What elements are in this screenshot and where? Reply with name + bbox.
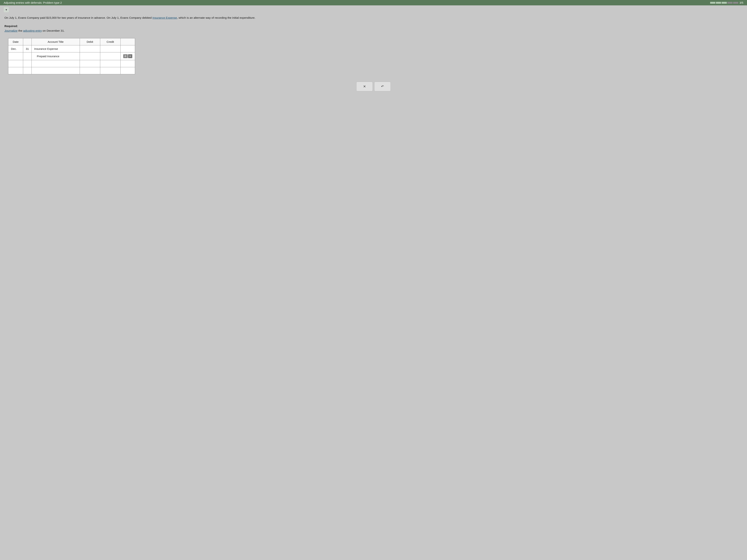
empty-debit-3[interactable]: [80, 60, 100, 67]
header-account-title: Account Title: [31, 38, 80, 45]
action-buttons-2: ⚙ ✕: [123, 54, 132, 58]
insurance-expense-link[interactable]: Insurance Expense: [153, 16, 177, 19]
journalize-link[interactable]: Journalize: [4, 29, 18, 32]
delete-row-button[interactable]: ✕: [128, 54, 132, 58]
progress-segments: [710, 2, 738, 4]
progress-seg-4: [727, 2, 732, 4]
empty-date-day-4: [23, 67, 32, 74]
empty-account-3[interactable]: [31, 60, 80, 67]
empty-action-4: [121, 67, 135, 74]
date-day: 31: [23, 45, 32, 52]
required-section: Required: Journalize the adjusting entry…: [4, 24, 743, 33]
header-credit: Credit: [100, 38, 121, 45]
progress-seg-5: [733, 2, 738, 4]
date-month-2: [8, 52, 23, 60]
credit-input-2[interactable]: [103, 55, 118, 58]
main-content: On July 1, Evans Company paid $15,000 fo…: [0, 12, 747, 99]
progress-label: 3/5: [740, 1, 743, 4]
table-row: Dec. 31 Insurance Expense: [8, 45, 135, 52]
undo-row-button[interactable]: ⚙: [123, 54, 128, 58]
undo-button[interactable]: ↶: [374, 82, 391, 91]
empty-action-3: [121, 60, 135, 67]
table-row: Prepaid Insurance ⚙ ✕: [8, 52, 135, 60]
credit-2[interactable]: [100, 52, 121, 60]
credit-input-1[interactable]: [103, 47, 118, 50]
debit-1[interactable]: [80, 45, 100, 52]
empty-debit-4[interactable]: [80, 67, 100, 74]
debit-input-3[interactable]: [82, 62, 98, 65]
footer-buttons: ✕ ↶: [4, 82, 743, 91]
adjusting-entry-link[interactable]: adjusting entry: [23, 29, 42, 32]
header-action: [121, 38, 135, 45]
debit-input-2[interactable]: [82, 55, 98, 58]
empty-date-day-3: [23, 60, 32, 67]
chevron-dropdown[interactable]: ▾: [4, 7, 9, 12]
empty-account-4[interactable]: [31, 67, 80, 74]
table-row-empty-2: [8, 67, 135, 74]
account-input-4[interactable]: [34, 69, 77, 72]
header-debit: Debit: [80, 38, 100, 45]
problem-paragraph: On July 1, Evans Company paid $15,000 fo…: [4, 16, 743, 20]
credit-input-4[interactable]: [103, 69, 118, 72]
progress-seg-1: [710, 2, 715, 4]
progress-seg-2: [716, 2, 721, 4]
top-bar-title: Adjusting entries with deferrals: Proble…: [4, 1, 62, 4]
action-1: [121, 45, 135, 52]
table-row-empty-1: [8, 60, 135, 67]
instruction-text2: on December 31.: [43, 29, 65, 32]
instruction-text: the: [18, 29, 23, 32]
debit-input-4[interactable]: [82, 69, 98, 72]
clear-button[interactable]: ✕: [356, 82, 373, 91]
journal-table-wrapper: Date Account Title Debit Credit Dec. 31 …: [8, 38, 743, 74]
top-bar: Adjusting entries with deferrals: Proble…: [0, 0, 747, 5]
empty-credit-3[interactable]: [100, 60, 121, 67]
progress-container: 3/5: [710, 1, 743, 4]
debit-input-1[interactable]: [82, 47, 98, 50]
required-instruction: Required: Journalize the adjusting entry…: [4, 24, 743, 33]
progress-seg-3: [722, 2, 727, 4]
account-title-2: Prepaid Insurance: [31, 52, 80, 60]
header-date: Date: [8, 38, 23, 45]
action-2: ⚙ ✕: [121, 52, 135, 60]
header-date2: [23, 38, 32, 45]
empty-date-4: [8, 67, 23, 74]
debit-2[interactable]: [80, 52, 100, 60]
chevron-down-icon: ▾: [5, 8, 7, 11]
date-month: Dec.: [8, 45, 23, 52]
empty-date-3: [8, 60, 23, 67]
journal-table: Date Account Title Debit Credit Dec. 31 …: [8, 38, 135, 74]
required-label: Required:: [4, 24, 18, 28]
credit-input-3[interactable]: [103, 62, 118, 65]
account-title-1: Insurance Expense: [31, 45, 80, 52]
empty-credit-4[interactable]: [100, 67, 121, 74]
date-day-2: [23, 52, 32, 60]
credit-1[interactable]: [100, 45, 121, 52]
account-input-3[interactable]: [34, 62, 77, 65]
table-header-row: Date Account Title Debit Credit: [8, 38, 135, 45]
